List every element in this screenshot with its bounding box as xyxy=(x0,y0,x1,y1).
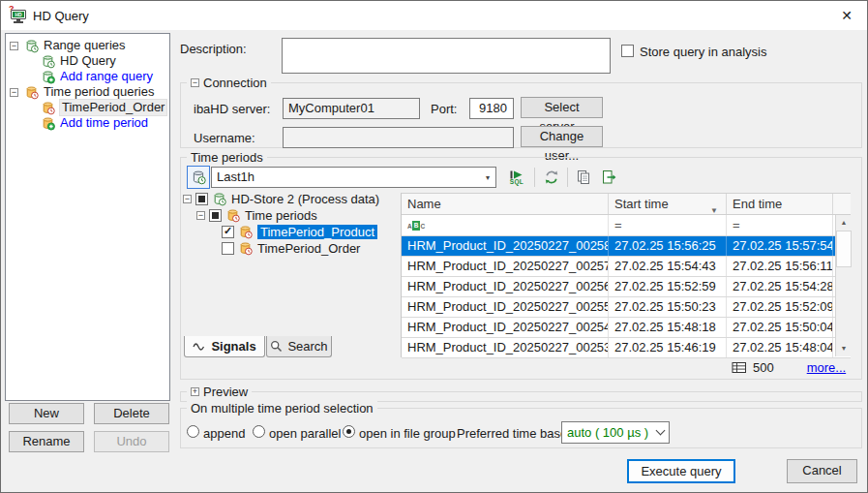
select-server-button[interactable]: Select server... xyxy=(521,97,603,118)
store-tree-item-hd-store[interactable]: − HD-Store 2 (Process data) xyxy=(183,191,379,207)
table-row[interactable]: HRM_Product_ID_20250227_00256 27.02.25 1… xyxy=(402,277,851,297)
radio-append-label[interactable]: append xyxy=(203,426,245,441)
undo-button[interactable]: Undo xyxy=(94,431,169,452)
username-input[interactable] xyxy=(283,127,514,148)
range-query-icon xyxy=(24,39,39,53)
store-tree-item-timeperiod-order[interactable]: TimePeriod_Order xyxy=(222,240,360,257)
time-periods-checkbox[interactable] xyxy=(209,209,222,222)
collapse-icon[interactable]: − xyxy=(191,78,199,87)
export-icon xyxy=(601,169,616,185)
port-label: Port: xyxy=(431,102,457,116)
scroll-down-icon[interactable]: ▼ xyxy=(836,341,852,356)
table-row[interactable]: HRM_Product_ID_20250227_00254 27.02.25 1… xyxy=(402,318,851,338)
range-query-icon xyxy=(41,54,55,69)
store-query-label[interactable]: Store query in analysis xyxy=(640,45,767,59)
table-row[interactable]: HRM_Product_ID_20250227_00258 27.02.25 1… xyxy=(402,236,851,257)
sql-query-button[interactable]: SQL xyxy=(505,166,528,189)
filter-start-cell[interactable]: = xyxy=(609,215,727,235)
radio-open-in-file-group-label[interactable]: open in file group xyxy=(359,426,456,441)
copy-button[interactable] xyxy=(572,166,595,189)
port-input[interactable]: 9180 xyxy=(469,98,514,119)
expand-icon[interactable]: + xyxy=(191,387,199,396)
new-button[interactable]: New xyxy=(9,403,84,424)
refresh-icon xyxy=(544,169,559,185)
title-bar: ? HD HD Query ✕ xyxy=(1,1,867,30)
username-label: Username: xyxy=(194,131,255,145)
tree-item-time-period-queries[interactable]: − Time period queries xyxy=(6,84,169,100)
time-periods-icon xyxy=(225,208,240,223)
rename-button[interactable]: Rename xyxy=(9,431,84,452)
chevron-down-icon[interactable] xyxy=(651,425,669,440)
window-title: HD Query xyxy=(33,9,89,23)
timeperiod-order-icon xyxy=(238,241,253,256)
collapse-icon[interactable]: − xyxy=(196,211,205,220)
store-tree-item-time-periods[interactable]: − Time periods xyxy=(196,207,317,224)
table-filter-row: ABC = = xyxy=(402,215,851,236)
scroll-up-icon[interactable]: ▲ xyxy=(836,215,852,231)
store-tree-item-timeperiod-product[interactable]: ✓ TimePeriod_Product xyxy=(222,224,377,240)
result-count: 500 xyxy=(753,360,774,375)
collapse-icon[interactable]: − xyxy=(10,42,18,50)
connection-group: − Connection ibaHD server: MyComputer01 … xyxy=(180,82,862,148)
column-header-name[interactable]: Name xyxy=(402,194,609,214)
ibahd-server-label: ibaHD server: xyxy=(194,102,270,116)
hd-store-checkbox[interactable] xyxy=(195,193,208,205)
refresh-button[interactable] xyxy=(540,166,563,189)
time-period-mode-button[interactable] xyxy=(187,166,210,189)
collapse-icon[interactable]: − xyxy=(183,195,192,203)
time-base-combobox[interactable]: auto ( 100 µs ) xyxy=(561,421,670,444)
collapse-icon[interactable]: − xyxy=(10,88,18,97)
connection-group-title: Connection xyxy=(203,76,267,90)
hd-query-dialog: ? HD HD Query ✕ − Range queries HD Query… xyxy=(0,0,868,493)
store-query-checkbox[interactable] xyxy=(621,45,634,57)
filter-name-cell[interactable]: ABC xyxy=(402,215,609,235)
query-tree-panel: − Range queries HD Query Add range query… xyxy=(5,33,170,401)
chevron-down-icon[interactable]: ▾ xyxy=(480,173,495,182)
preview-group-title: Preview xyxy=(203,385,248,399)
abc-filter-icon: ABC xyxy=(407,221,425,231)
tree-item-add-time-period[interactable]: Add time period xyxy=(6,115,169,131)
tree-item-hd-query[interactable]: HD Query xyxy=(6,53,169,69)
tree-item-add-range-query[interactable]: Add range query xyxy=(6,69,169,84)
tree-item-range-queries[interactable]: − Range queries xyxy=(6,38,169,53)
table-row[interactable]: HRM_Product_ID_20250227_00257 27.02.25 1… xyxy=(402,257,851,277)
search-icon xyxy=(270,340,283,353)
table-row[interactable]: HRM_Product_ID_20250227_00253 27.02.25 1… xyxy=(402,338,851,358)
more-link[interactable]: more... xyxy=(807,360,846,375)
table-row[interactable]: HRM_Product_ID_20250227_00255 27.02.25 1… xyxy=(402,297,851,318)
execute-query-button[interactable]: Execute query xyxy=(627,459,735,483)
radio-open-in-file-group[interactable] xyxy=(343,425,355,438)
description-label: Description: xyxy=(180,42,247,56)
delete-button[interactable]: Delete xyxy=(94,403,169,424)
table-header-row: Name Start time ▼ End time xyxy=(402,194,851,215)
tab-search[interactable]: Search xyxy=(266,336,332,357)
timeperiod-product-checkbox[interactable]: ✓ xyxy=(222,226,234,238)
timeperiod-order-checkbox[interactable] xyxy=(222,242,234,255)
table-scrollbar[interactable]: ▲ ▼ xyxy=(835,215,852,356)
column-header-start-time[interactable]: Start time ▼ xyxy=(609,194,727,214)
timeperiod-product-icon xyxy=(238,225,253,239)
time-period-db-icon xyxy=(191,169,206,185)
scrollbar-thumb[interactable] xyxy=(836,231,852,267)
time-periods-group-title: Time periods xyxy=(191,150,263,165)
export-button[interactable] xyxy=(597,166,620,189)
description-input[interactable] xyxy=(282,38,611,74)
add-time-period-icon xyxy=(41,116,55,131)
time-period-filter-combobox[interactable]: Last1h ▾ xyxy=(211,167,496,188)
change-user-button[interactable]: Change user... xyxy=(521,126,603,147)
tab-signals[interactable]: Signals xyxy=(184,336,265,357)
column-header-end-time[interactable]: End time xyxy=(727,194,833,214)
radio-append[interactable] xyxy=(187,425,199,438)
tree-item-timeperiod-order[interactable]: TimePeriod_Order xyxy=(6,100,169,115)
cancel-button[interactable]: Cancel xyxy=(787,459,857,483)
ibahd-server-input[interactable]: MyComputer01 xyxy=(283,98,420,119)
close-icon[interactable]: ✕ xyxy=(830,1,863,30)
hd-query-app-icon: ? HD xyxy=(11,8,27,24)
radio-open-parallel-label[interactable]: open parallel xyxy=(269,426,341,441)
time-period-query-icon xyxy=(41,101,55,115)
radio-open-parallel[interactable] xyxy=(253,425,265,438)
preferred-time-base-label: Preferred time base: xyxy=(457,426,571,441)
hd-store-tree: − HD-Store 2 (Process data) − Time perio… xyxy=(183,191,398,336)
filter-end-cell[interactable]: = xyxy=(727,215,833,235)
hd-store-icon xyxy=(212,192,226,206)
